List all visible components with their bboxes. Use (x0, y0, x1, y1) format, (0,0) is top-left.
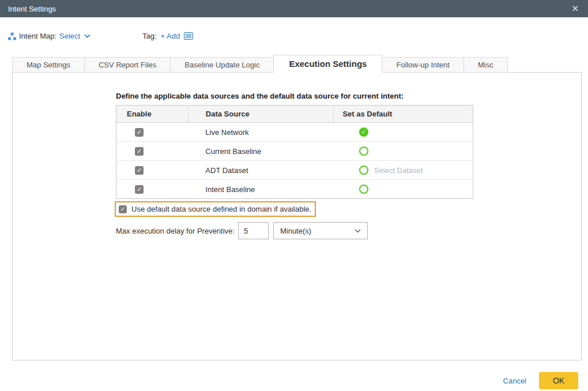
data-source-table: Enable Data Source Set as Default ✓Live … (116, 105, 473, 199)
data-source-label: Current Baseline (188, 142, 334, 161)
chevron-down-icon (355, 229, 361, 233)
max-delay-input[interactable] (238, 222, 269, 239)
tag-label: Tag: (142, 32, 157, 40)
intent-map-label: Intent Map: (19, 32, 56, 40)
enable-checkbox[interactable]: ✓ (135, 128, 144, 137)
use-default-label: Use default data source defined in domai… (131, 205, 311, 213)
default-radio[interactable]: ✓ (359, 127, 368, 137)
data-source-label: Intent Baseline (188, 180, 334, 199)
tag-group: Tag: + Add (142, 32, 193, 40)
enable-checkbox[interactable]: ✓ (135, 185, 144, 194)
table-row: ✓Live Network✓ (116, 123, 473, 142)
table-row: ✓ADT DatasetSelect Dataset (116, 161, 473, 180)
table-row: ✓Intent Baseline (116, 180, 473, 199)
default-radio[interactable] (359, 146, 368, 156)
ok-button[interactable]: OK (539, 372, 578, 389)
column-header-source: Data Source (188, 106, 334, 123)
tab-bar: Map SettingsCSV Report FilesBaseline Upd… (12, 55, 507, 73)
column-header-default: Set as Default (334, 106, 473, 123)
dialog-footer: Cancel OK (0, 372, 578, 389)
max-delay-unit-value: Minute(s) (280, 227, 311, 235)
data-source-table-body: ✓Live Network✓✓Current Baseline✓ADT Data… (116, 123, 473, 199)
max-delay-row: Max execution delay for Preventive: Minu… (116, 222, 368, 239)
dialog-titlebar: Intent Settings ✕ (0, 0, 588, 17)
enable-checkbox[interactable]: ✓ (135, 166, 144, 175)
table-row: ✓Current Baseline (116, 142, 473, 161)
enable-checkbox[interactable]: ✓ (135, 147, 144, 156)
dataset-hint[interactable]: Select Dataset (374, 166, 423, 175)
tab-baseline-update-logic[interactable]: Baseline Update Logic (170, 57, 274, 73)
tab-follow-up-intent[interactable]: Follow-up Intent (382, 57, 464, 73)
use-default-highlight-box: ✓ Use default data source defined in dom… (115, 201, 316, 217)
max-delay-label: Max execution delay for Preventive: (116, 227, 235, 235)
use-default-checkbox[interactable]: ✓ (119, 205, 127, 213)
tab-csv-report-files[interactable]: CSV Report Files (84, 57, 171, 73)
cancel-button[interactable]: Cancel (503, 377, 526, 385)
close-icon[interactable]: ✕ (569, 0, 581, 17)
default-radio[interactable] (359, 166, 368, 175)
chevron-down-icon[interactable] (84, 34, 91, 38)
intent-map-select[interactable]: Select (59, 32, 80, 40)
dialog-title: Intent Settings (8, 5, 56, 13)
execution-settings-panel: Define the applicable data sources and t… (12, 72, 582, 360)
max-delay-unit-select[interactable]: Minute(s) (273, 222, 368, 239)
data-source-label: ADT Dataset (188, 161, 334, 180)
instruction-text: Define the applicable data sources and t… (116, 92, 404, 100)
tab-map-settings[interactable]: Map Settings (12, 57, 85, 73)
tag-list-icon[interactable] (184, 32, 193, 40)
default-radio[interactable] (359, 185, 368, 194)
tab-misc[interactable]: Misc (463, 57, 508, 73)
tag-add-button[interactable]: + Add (161, 32, 180, 40)
sitemap-icon (8, 32, 16, 40)
tab-execution-settings[interactable]: Execution Settings (273, 55, 382, 73)
toolbar: Intent Map: Select Tag: + Add (8, 32, 580, 46)
data-source-label: Live Network (188, 123, 334, 142)
column-header-enable: Enable (116, 106, 189, 123)
intent-map-group: Intent Map: Select (8, 32, 91, 40)
table-header-row: Enable Data Source Set as Default (116, 106, 473, 123)
